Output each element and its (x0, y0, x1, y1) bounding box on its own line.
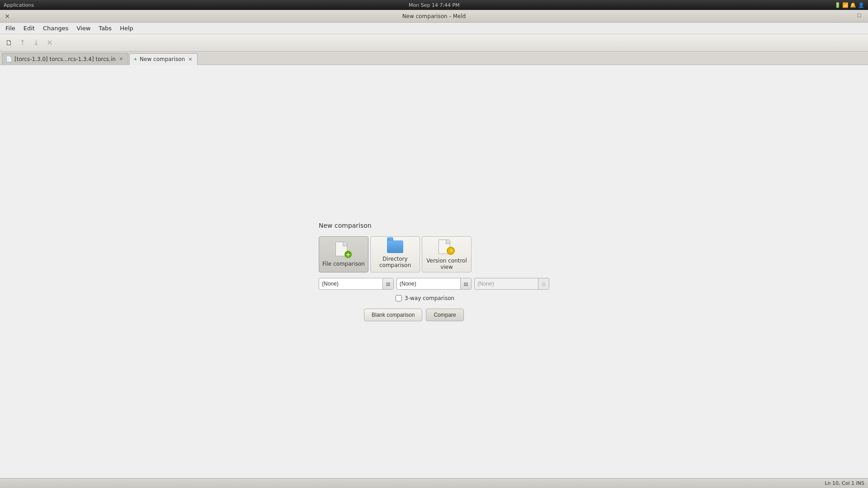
new-comparison-tab-close[interactable]: ✕ (187, 56, 193, 62)
three-way-checkbox[interactable] (396, 295, 402, 301)
file-input-1[interactable] (319, 278, 382, 289)
status-text: Ln 10, Col 1 INS (825, 480, 864, 486)
file-comparison-icon: + (335, 242, 352, 258)
torcs-tab-label: [torcs-1.3.0] torcs...rcs-1.3.4] torcs.i… (14, 56, 116, 62)
window-close-button[interactable]: ✕ (4, 13, 11, 20)
compare-button[interactable]: Compare (426, 309, 463, 321)
menu-file[interactable]: File (2, 24, 19, 33)
menu-tabs[interactable]: Tabs (95, 24, 115, 33)
stop-icon: ✕ (47, 38, 52, 47)
down-arrow-icon: ↓ (33, 38, 39, 47)
torcs-tab[interactable]: 📄 [torcs-1.3.0] torcs...rcs-1.3.4] torcs… (2, 53, 128, 65)
menu-changes[interactable]: Changes (39, 24, 72, 33)
browse-icon-3: ▤ (542, 282, 546, 286)
file-plus-shape: + (344, 251, 352, 258)
menu-help[interactable]: Help (116, 24, 137, 33)
file-comparison-label: File comparison (322, 261, 365, 267)
stop-button[interactable]: ✕ (43, 37, 56, 49)
menu-bar: File Edit Changes View Tabs Help (0, 23, 868, 34)
system-bar-apps[interactable]: Applications (4, 2, 34, 8)
version-control-icon (439, 239, 455, 255)
directory-comparison-icon (387, 240, 403, 253)
menu-view[interactable]: View (73, 24, 94, 33)
vc-clock-shape (447, 247, 455, 255)
file-browse-btn-1[interactable]: ▤ (382, 278, 393, 289)
next-change-button[interactable]: ↓ (30, 37, 42, 49)
comparison-panel: New comparison + File comparison Directo… (319, 222, 549, 321)
system-bar: Applications Mon Sep 14 7:44 PM 🔋 📶 🔔 👤 (0, 0, 868, 10)
file-input-3 (475, 278, 538, 289)
main-window: ✕ New comparison - Meld □ File Edit Chan… (0, 10, 868, 488)
title-bar: ✕ New comparison - Meld □ (0, 10, 868, 23)
browse-icon-1: ▤ (386, 282, 390, 286)
window-expand-button[interactable]: □ (857, 13, 864, 20)
browse-icon-2: ▤ (464, 282, 468, 286)
window-title: New comparison - Meld (11, 13, 857, 19)
file-input-2[interactable] (397, 278, 460, 289)
new-file-icon: 🗋 (5, 38, 13, 47)
comparison-types: + File comparison Directory comparison V… (319, 236, 472, 272)
main-content: New comparison + File comparison Directo… (0, 65, 868, 478)
new-comparison-tab-icon: ✦ (133, 56, 137, 62)
file-browse-btn-2[interactable]: ▤ (460, 278, 471, 289)
prev-change-button[interactable]: ↑ (16, 37, 29, 49)
up-arrow-icon: ↑ (19, 38, 25, 47)
file-browse-btn-3: ▤ (538, 278, 549, 289)
blank-comparison-button[interactable]: Blank comparison (364, 309, 422, 321)
three-way-row: 3-way comparison (319, 295, 454, 301)
file-comparison-button[interactable]: + File comparison (319, 236, 368, 272)
input-group-1: ▤ (319, 278, 394, 290)
toolbar: 🗋 ↑ ↓ ✕ (0, 34, 868, 52)
input-row: ▤ ▤ ▤ (319, 278, 549, 290)
comparison-panel-title: New comparison (319, 222, 372, 229)
tabs-bar: 📄 [torcs-1.3.0] torcs...rcs-1.3.4] torcs… (0, 52, 868, 65)
system-bar-icons: 🔋 📶 🔔 👤 (835, 2, 865, 8)
status-bar: Ln 10, Col 1 INS (0, 478, 868, 488)
new-file-button[interactable]: 🗋 (3, 37, 15, 49)
new-comparison-tab-label: New comparison (140, 56, 185, 62)
system-bar-clock: Mon Sep 14 7:44 PM (409, 2, 460, 8)
version-control-button[interactable]: Version control view (422, 236, 472, 272)
version-control-label: Version control view (422, 258, 471, 270)
input-group-2: ▤ (396, 278, 472, 290)
torcs-tab-close[interactable]: ✕ (118, 56, 124, 62)
directory-comparison-label: Directory comparison (371, 256, 420, 268)
action-row: Blank comparison Compare (319, 309, 464, 321)
torcs-tab-icon: 📄 (6, 56, 12, 62)
directory-comparison-button[interactable]: Directory comparison (370, 236, 420, 272)
input-group-3: ▤ (474, 278, 549, 290)
new-comparison-tab[interactable]: ✦ New comparison ✕ (129, 53, 198, 65)
menu-edit[interactable]: Edit (20, 24, 38, 33)
three-way-label[interactable]: 3-way comparison (405, 295, 454, 301)
